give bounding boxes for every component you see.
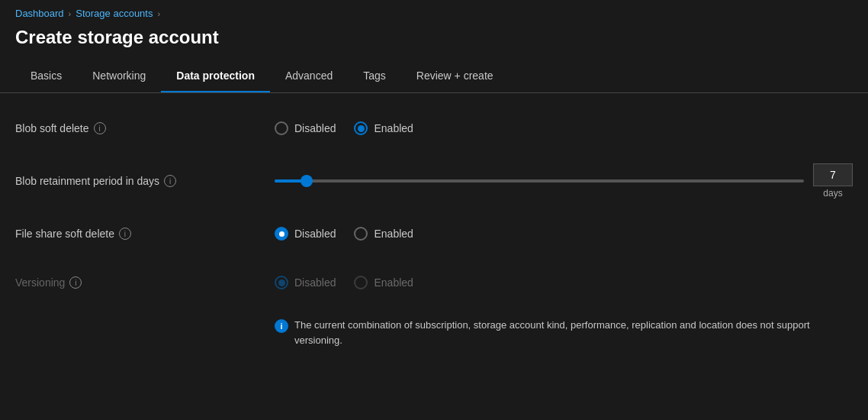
content-area: Blob soft delete i Disabled Enabled Blob… [0, 93, 868, 363]
breadcrumb: Dashboard › Storage accounts › [0, 0, 868, 24]
breadcrumb-storage-accounts[interactable]: Storage accounts [76, 8, 153, 19]
blob-retention-info-icon[interactable]: i [164, 175, 176, 187]
breadcrumb-chevron-2: › [157, 9, 160, 18]
file-share-soft-delete-label: File share soft delete i [15, 228, 275, 240]
file-share-disabled-option[interactable]: Disabled [275, 227, 336, 241]
versioning-info-icon[interactable]: i [69, 276, 82, 289]
blob-retention-slider-thumb[interactable] [301, 175, 313, 187]
file-share-soft-delete-radio-group: Disabled Enabled [275, 227, 413, 241]
blob-soft-delete-enabled-option[interactable]: Enabled [354, 121, 413, 135]
blob-retention-slider-container: 7 days [275, 163, 853, 199]
blob-retention-row: Blob retainment period in days i 7 days [15, 163, 853, 199]
tab-networking[interactable]: Networking [77, 60, 161, 92]
blob-soft-delete-row: Blob soft delete i Disabled Enabled [15, 115, 853, 142]
tab-basics[interactable]: Basics [15, 60, 77, 92]
versioning-disabled-option: Disabled [275, 276, 336, 289]
info-note-icon: i [275, 319, 288, 333]
blob-soft-delete-radio-group: Disabled Enabled [275, 121, 413, 135]
file-share-disabled-radio[interactable] [275, 227, 288, 241]
file-share-soft-delete-info-icon[interactable]: i [119, 228, 131, 240]
blob-soft-delete-enabled-label: Enabled [374, 122, 413, 134]
versioning-disabled-radio [275, 276, 288, 289]
file-share-enabled-radio[interactable] [354, 227, 368, 241]
blob-soft-delete-info-icon[interactable]: i [94, 122, 106, 134]
file-share-enabled-label: Enabled [374, 228, 413, 240]
versioning-info-note: i The current combination of subscriptio… [15, 318, 853, 347]
breadcrumb-dashboard[interactable]: Dashboard [15, 8, 64, 19]
blob-retention-text: Blob retainment period in days [15, 175, 159, 187]
blob-retention-value-box[interactable]: 7 [813, 163, 853, 186]
blob-retention-value-wrapper: 7 days [813, 163, 853, 199]
versioning-label: Versioning i [15, 276, 275, 289]
versioning-enabled-option: Enabled [354, 276, 413, 289]
blob-retention-slider-track[interactable] [275, 179, 804, 183]
versioning-enabled-radio [354, 276, 368, 289]
blob-soft-delete-disabled-option[interactable]: Disabled [275, 121, 336, 135]
info-note-icon-letter: i [280, 321, 282, 331]
tab-advanced[interactable]: Advanced [270, 60, 348, 92]
blob-soft-delete-label: Blob soft delete i [15, 122, 275, 134]
versioning-enabled-label: Enabled [374, 276, 413, 289]
blob-retention-label: Blob retainment period in days i [15, 175, 275, 187]
info-note-text: The current combination of subscription,… [294, 318, 853, 347]
blob-soft-delete-enabled-radio[interactable] [354, 121, 368, 135]
file-share-enabled-option[interactable]: Enabled [354, 227, 413, 241]
blob-retention-unit: days [823, 188, 842, 199]
versioning-radio-group: Disabled Enabled [275, 276, 413, 289]
file-share-soft-delete-row: File share soft delete i Disabled Enable… [15, 220, 853, 247]
versioning-disabled-label: Disabled [294, 276, 336, 289]
versioning-text: Versioning [15, 276, 65, 289]
tab-data-protection[interactable]: Data protection [161, 60, 270, 92]
tabs-container: Basics Networking Data protection Advanc… [0, 60, 868, 93]
blob-soft-delete-disabled-label: Disabled [294, 122, 336, 134]
versioning-row: Versioning i Disabled Enabled [15, 269, 853, 296]
blob-soft-delete-disabled-radio[interactable] [275, 121, 288, 135]
blob-soft-delete-text: Blob soft delete [15, 122, 89, 134]
file-share-soft-delete-text: File share soft delete [15, 228, 114, 240]
file-share-disabled-label: Disabled [294, 228, 336, 240]
page-title: Create storage account [0, 24, 868, 60]
tab-tags[interactable]: Tags [348, 60, 401, 92]
breadcrumb-chevron-1: › [69, 9, 72, 18]
tab-review-create[interactable]: Review + create [401, 60, 509, 92]
